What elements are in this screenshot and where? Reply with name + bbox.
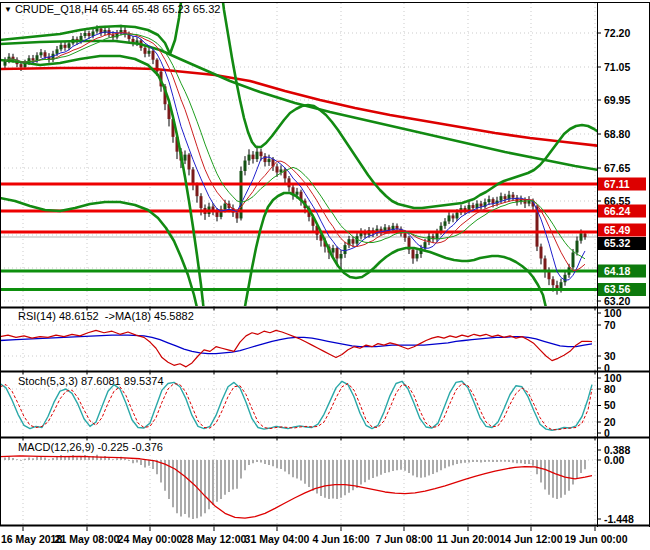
axis-label: 24 May 00:00 bbox=[118, 533, 183, 545]
candle bbox=[512, 195, 515, 198]
axis-label: -1.448 bbox=[604, 513, 634, 525]
candle bbox=[244, 161, 247, 171]
time-axis: 16 May 201821 May 08:0024 May 00:0028 Ma… bbox=[1, 533, 628, 545]
candle bbox=[488, 199, 491, 202]
axis-label: 31 May 04:00 bbox=[245, 533, 310, 545]
ma-red-slow bbox=[0, 68, 650, 150]
candle bbox=[472, 205, 475, 208]
candle bbox=[196, 184, 199, 196]
candle bbox=[68, 43, 71, 47]
trading-chart-window: 72.2071.0569.9568.8067.6566.5563.2067.11… bbox=[0, 0, 650, 550]
candle bbox=[444, 221, 447, 225]
axis-label: 4 Jun 16:00 bbox=[312, 533, 369, 545]
candle bbox=[480, 204, 483, 207]
candle bbox=[60, 45, 63, 49]
axis-label: 66.24 bbox=[604, 205, 630, 217]
candle bbox=[260, 152, 263, 156]
axis-label: 71.05 bbox=[604, 61, 630, 73]
candle bbox=[96, 29, 99, 32]
stoch-d-line bbox=[0, 384, 592, 430]
candle bbox=[492, 199, 495, 203]
axis-label: 11 Jun 20:00 bbox=[437, 533, 500, 545]
candle bbox=[580, 233, 583, 240]
candle bbox=[64, 45, 67, 48]
candle bbox=[544, 258, 547, 270]
candle bbox=[152, 51, 155, 60]
axis-label: 80 bbox=[604, 383, 616, 395]
collapse-chart-icon[interactable]: ▼ bbox=[4, 5, 12, 14]
axis-label: 16 May 2018 bbox=[1, 533, 62, 545]
candle bbox=[188, 155, 191, 170]
candle bbox=[236, 212, 239, 218]
axis-label: 70 bbox=[604, 319, 616, 331]
macd-indicator-label: MACD(12,26,9) -0.225 -0.376 bbox=[18, 441, 163, 453]
axis-label: 14 Jun 12:00 bbox=[499, 533, 562, 545]
axis-label: 64.18 bbox=[604, 265, 630, 277]
axis-label: 7 Jun 08:00 bbox=[375, 533, 432, 545]
axis-label: 21 May 08:00 bbox=[55, 533, 120, 545]
candle bbox=[252, 155, 255, 159]
candle bbox=[332, 248, 335, 252]
candle bbox=[336, 248, 339, 258]
rsi-panel bbox=[0, 330, 592, 366]
macd-panel bbox=[0, 455, 592, 519]
candle bbox=[276, 167, 279, 173]
axis-label: 67.11 bbox=[604, 178, 630, 190]
candle bbox=[84, 33, 87, 36]
candle bbox=[572, 253, 575, 268]
candle bbox=[500, 196, 503, 200]
candle bbox=[268, 159, 271, 162]
candle bbox=[40, 52, 43, 55]
wide-lower-band bbox=[0, 198, 198, 312]
candle bbox=[552, 279, 555, 285]
candle bbox=[416, 254, 419, 258]
candle bbox=[144, 48, 147, 54]
candle bbox=[424, 242, 427, 248]
candle bbox=[452, 215, 455, 218]
candle bbox=[412, 250, 415, 259]
axis-label: 0 bbox=[604, 427, 610, 439]
candle bbox=[456, 212, 459, 218]
axis-label: 100 bbox=[604, 307, 622, 319]
chart-canvas[interactable]: 72.2071.0569.9568.8067.6566.5563.2067.11… bbox=[0, 0, 650, 550]
axis-label: 0.00 bbox=[604, 454, 625, 466]
candle bbox=[44, 52, 47, 56]
candle bbox=[248, 155, 251, 161]
candle bbox=[540, 247, 543, 259]
candle bbox=[56, 49, 59, 53]
price-axis: 72.2071.0569.9568.8067.6566.5563.2067.11… bbox=[597, 27, 646, 525]
candle bbox=[576, 241, 579, 253]
candle bbox=[344, 245, 347, 254]
axis-label: 30 bbox=[604, 350, 616, 362]
chart-title-text: CRUDE_Q18,H4 65.44 65.48 65.23 65.32 bbox=[15, 3, 220, 15]
candle bbox=[504, 196, 507, 199]
candle bbox=[404, 233, 407, 237]
candle bbox=[564, 275, 567, 282]
candle bbox=[340, 254, 343, 258]
axis-label: 72.20 bbox=[604, 27, 630, 39]
candle bbox=[448, 215, 451, 221]
axis-label: 28 May 12:00 bbox=[182, 533, 247, 545]
candle bbox=[352, 239, 355, 243]
rsi-indicator-label: RSI(14) 48.6152 ->MA(18) 45.5882 bbox=[18, 310, 194, 322]
axis-label: 68.80 bbox=[604, 128, 630, 140]
axis-label: 19 Jun 00:00 bbox=[564, 533, 627, 545]
candle bbox=[20, 64, 23, 67]
candle bbox=[224, 204, 227, 210]
candle bbox=[296, 192, 299, 195]
candle bbox=[200, 196, 203, 208]
axis-label: 67.65 bbox=[604, 162, 630, 174]
axis-label: 65.49 bbox=[604, 224, 630, 236]
candles bbox=[4, 25, 587, 295]
candle bbox=[584, 234, 587, 238]
candle bbox=[256, 152, 259, 159]
axis-label: 63.56 bbox=[604, 283, 630, 295]
chart-title: ▼CRUDE_Q18,H4 65.44 65.48 65.23 65.32 bbox=[4, 3, 220, 15]
candle bbox=[36, 55, 39, 60]
candle bbox=[32, 58, 35, 60]
axis-label: 63.20 bbox=[604, 295, 630, 307]
candle bbox=[184, 155, 187, 161]
axis-label: 65.32 bbox=[604, 237, 630, 249]
ma-green-slow bbox=[0, 41, 650, 178]
axis-label: 50 bbox=[604, 399, 616, 411]
